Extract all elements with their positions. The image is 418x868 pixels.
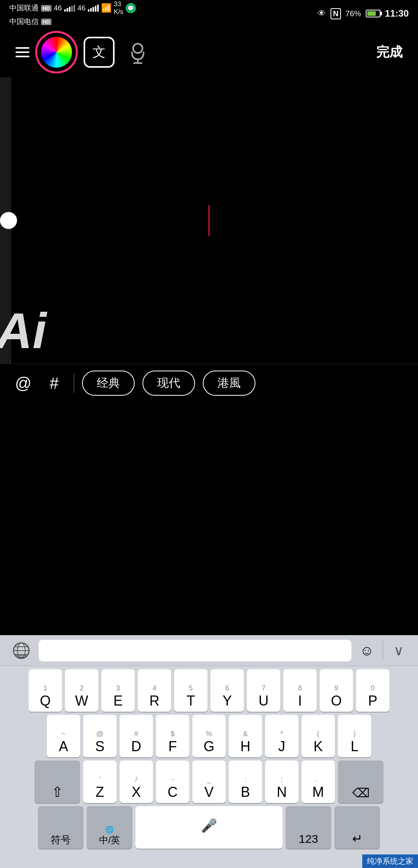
- carrier1-label: 中国联通: [9, 3, 39, 13]
- keyboard-row-2: ~A @S #D $F %G &H *J (K )L: [3, 715, 415, 757]
- lang-switch-button[interactable]: 🌐 中/英: [87, 806, 132, 849]
- key-e[interactable]: 3E: [101, 669, 135, 712]
- home-indicator-space: [3, 856, 415, 868]
- key-h[interactable]: &H: [229, 715, 262, 757]
- emoji-button[interactable]: ☺: [355, 639, 379, 662]
- key-u[interactable]: 7U: [247, 669, 280, 712]
- font-bar-divider: [74, 374, 74, 393]
- hd2-badge: HD: [41, 19, 51, 25]
- carrier2-label: 中国电信: [9, 17, 39, 27]
- at-symbol-button[interactable]: @: [12, 374, 35, 393]
- signal-bars-1: [64, 5, 75, 12]
- key-p[interactable]: 0P: [356, 669, 389, 712]
- translate-button[interactable]: 文: [84, 37, 115, 68]
- hash-symbol-button[interactable]: #: [43, 374, 66, 393]
- key-m[interactable]: 、M: [302, 760, 335, 803]
- key-d[interactable]: #D: [120, 715, 153, 757]
- signal-4g1: 46: [54, 4, 62, 12]
- microphone-icon: 🎤: [201, 818, 217, 833]
- shift-button[interactable]: ⇧: [34, 760, 80, 803]
- key-j[interactable]: *J: [265, 715, 298, 757]
- key-w[interactable]: 2W: [65, 669, 98, 712]
- key-t[interactable]: 5T: [174, 669, 207, 712]
- signal-bars-2: [88, 5, 99, 12]
- watermark: 纯净系统之家: [362, 854, 418, 868]
- key-a[interactable]: ~A: [47, 715, 80, 757]
- globe-keyboard-button[interactable]: [8, 637, 35, 664]
- enter-button[interactable]: ↵: [334, 806, 380, 849]
- time-display: 11:30: [385, 8, 409, 19]
- keyboard-toolbar: ☺ ∨: [0, 635, 418, 666]
- keyboard-row-4: 符号 🌐 中/英 🎤 123 ↵: [3, 806, 415, 856]
- side-handle[interactable]: [0, 212, 17, 229]
- color-picker-button[interactable]: [37, 33, 76, 72]
- menu-button[interactable]: [15, 47, 29, 57]
- ai-watermark-text: Ai: [0, 306, 46, 356]
- translate-icon: 文: [93, 43, 106, 61]
- key-s[interactable]: @S: [83, 715, 116, 757]
- keyboard-row-1: 1Q 2W 3E 4R 5T 6Y 7U 8I 9O 0P: [3, 669, 415, 712]
- key-n[interactable]: ;N: [265, 760, 298, 803]
- key-g[interactable]: %G: [192, 715, 226, 757]
- carrier-info: 中国联通 HD 46 46 📶 33K/s: [9, 0, 136, 27]
- key-r[interactable]: 4R: [138, 669, 171, 712]
- backspace-button[interactable]: ⌫: [338, 760, 384, 803]
- voice-icon: [126, 41, 149, 64]
- text-cursor: [209, 205, 210, 236]
- symbols-button[interactable]: 符号: [38, 806, 84, 849]
- canvas-area[interactable]: Ai: [0, 77, 418, 364]
- key-l[interactable]: )L: [338, 715, 371, 757]
- wechat-icon: 💬: [126, 3, 136, 13]
- battery-percent: 76%: [346, 9, 361, 18]
- key-i[interactable]: 8I: [283, 669, 317, 712]
- battery-fill: [367, 11, 376, 16]
- collapse-keyboard-button[interactable]: ∨: [387, 639, 410, 662]
- font-style-classic[interactable]: 经典: [82, 371, 135, 396]
- hd1-badge: HD: [41, 5, 51, 12]
- done-button[interactable]: 完成: [376, 43, 403, 61]
- key-y[interactable]: 6Y: [211, 669, 244, 712]
- eye-icon: 👁: [317, 9, 326, 19]
- status-bar: 中国联通 HD 46 46 📶 33K/s: [0, 0, 418, 27]
- numbers-button[interactable]: 123: [286, 806, 331, 849]
- color-wheel-icon: [41, 37, 72, 68]
- wifi-icon: 📶: [101, 3, 111, 13]
- key-b[interactable]: :B: [229, 760, 262, 803]
- toolbar: 文 完成: [0, 27, 418, 77]
- key-c[interactable]: -C: [156, 760, 189, 803]
- battery-icon: [366, 10, 380, 17]
- font-style-hk[interactable]: 港風: [203, 371, 255, 396]
- key-k[interactable]: (K: [302, 715, 335, 757]
- voice-button[interactable]: [122, 37, 153, 68]
- key-f[interactable]: $F: [156, 715, 189, 757]
- nfc-icon: N: [331, 8, 341, 19]
- status-right: 👁 N 76% 11:30: [317, 8, 409, 19]
- toolbar-divider: [382, 641, 383, 660]
- key-z[interactable]: 'Z: [83, 760, 116, 803]
- svg-point-0: [133, 44, 142, 53]
- keyboard-row-3: ⇧ 'Z /X -C _V :B ;N 、M ⌫: [3, 760, 415, 803]
- signal-4g2: 46: [77, 4, 86, 12]
- key-o[interactable]: 9O: [320, 669, 353, 712]
- font-style-modern[interactable]: 现代: [142, 371, 195, 396]
- font-style-bar: @ # 经典 现代 港風: [0, 364, 418, 402]
- keyboard-area: ☺ ∨ 1Q 2W 3E 4R 5T 6Y 7U 8I 9O 0P ~A @S …: [0, 635, 418, 868]
- key-v[interactable]: _V: [192, 760, 226, 803]
- toolbar-left: 文: [15, 33, 153, 72]
- keyboard-toolbar-right: ☺ ∨: [355, 639, 410, 662]
- keyboard-rows: 1Q 2W 3E 4R 5T 6Y 7U 8I 9O 0P ~A @S #D $…: [0, 666, 418, 868]
- chevron-down-icon: ∨: [394, 642, 404, 659]
- text-input-field[interactable]: [39, 640, 351, 661]
- space-button[interactable]: 🎤: [135, 806, 283, 849]
- key-q[interactable]: 1Q: [29, 669, 62, 712]
- key-x[interactable]: /X: [120, 760, 153, 803]
- speed-label: 33K/s: [114, 0, 123, 16]
- globe-icon: [12, 641, 31, 660]
